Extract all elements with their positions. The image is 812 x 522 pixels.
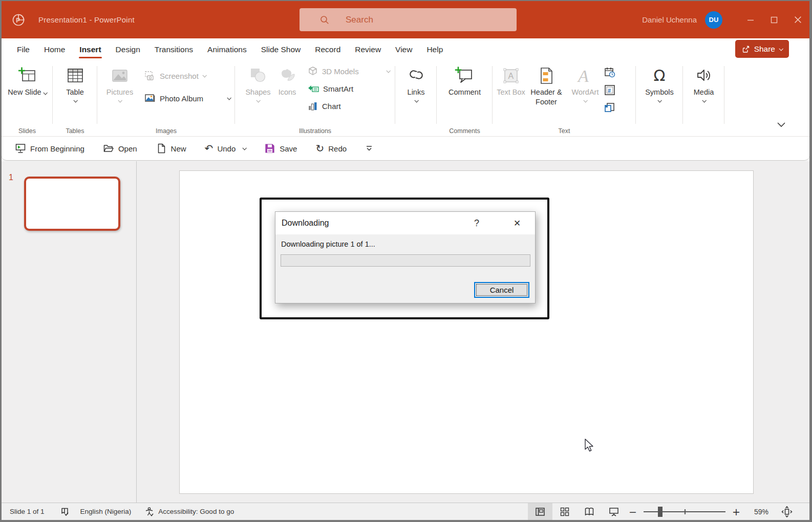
- icons-button[interactable]: Icons: [274, 61, 301, 97]
- accessibility-checker[interactable]: Accessibility: Good to go: [141, 503, 237, 520]
- symbols-button[interactable]: Ω Symbols: [645, 61, 674, 102]
- close-button[interactable]: [786, 1, 809, 38]
- reading-view-icon: [584, 506, 595, 517]
- dialog-help-button[interactable]: ?: [469, 212, 484, 234]
- group-label-tables: Tables: [53, 127, 97, 135]
- group-label-images: Images: [97, 127, 235, 135]
- omega-symbol-icon: Ω: [654, 66, 666, 86]
- zoom-out-button[interactable]: −: [626, 506, 639, 517]
- spell-check-button[interactable]: [57, 503, 73, 520]
- slide-indicator[interactable]: Slide 1 of 1: [7, 503, 48, 520]
- redo-button[interactable]: ↻ Redo: [315, 143, 347, 154]
- new-button[interactable]: New: [156, 143, 186, 154]
- smartart-button[interactable]: SmartArt: [305, 82, 393, 95]
- slide-sorter-view-button[interactable]: [552, 503, 577, 520]
- share-chevron-icon: [779, 47, 783, 51]
- new-slide-chevron-icon: [43, 91, 47, 95]
- screenshot-icon: [144, 70, 156, 81]
- group-label-text: Text: [493, 127, 636, 135]
- 3d-models-button[interactable]: 3D Models: [305, 65, 393, 77]
- window-title: Presentation1 - PowerPoint: [38, 15, 135, 24]
- shapes-button[interactable]: Shapes: [242, 61, 274, 102]
- normal-view-button[interactable]: [528, 503, 552, 520]
- slide-number-button[interactable]: #: [603, 83, 616, 97]
- wordart-button[interactable]: A WordArt: [567, 61, 603, 102]
- pictures-button[interactable]: Pictures: [103, 61, 136, 102]
- tab-design[interactable]: Design: [109, 38, 147, 61]
- tab-home[interactable]: Home: [37, 38, 72, 61]
- tab-file[interactable]: File: [10, 38, 37, 61]
- text-box-button[interactable]: A Text Box: [497, 61, 525, 97]
- dialog-close-button[interactable]: ✕: [506, 212, 528, 234]
- reading-view-button[interactable]: [577, 503, 602, 520]
- zoom-slider-handle[interactable]: [658, 507, 663, 517]
- screenshot-chevron-icon: [202, 73, 206, 77]
- accessibility-icon: [144, 507, 155, 517]
- media-button[interactable]: Media: [694, 61, 714, 102]
- links-icon: [406, 66, 426, 86]
- table-icon: [66, 66, 85, 86]
- open-folder-icon: [103, 143, 114, 154]
- dialog-title: Downloading: [282, 219, 329, 228]
- from-beginning-icon: [15, 143, 26, 154]
- search-input[interactable]: Search: [300, 8, 517, 31]
- ribbon-spacer: [724, 61, 809, 136]
- status-bar: Slide 1 of 1 English (Nigeria) Accessibi…: [2, 503, 809, 520]
- svg-text:P: P: [16, 16, 20, 24]
- svg-text:#: #: [608, 88, 611, 94]
- tab-transitions[interactable]: Transitions: [147, 38, 200, 61]
- tab-view[interactable]: View: [388, 38, 419, 61]
- chart-button[interactable]: Chart: [305, 100, 393, 112]
- undo-button[interactable]: ↶ Undo: [205, 143, 246, 154]
- table-button[interactable]: Table: [66, 61, 85, 102]
- svg-text:A: A: [577, 67, 589, 85]
- screenshot-button[interactable]: Screenshot: [141, 69, 233, 82]
- save-icon: [264, 143, 275, 154]
- zoom-slider[interactable]: [644, 503, 725, 520]
- zoom-in-button[interactable]: +: [730, 506, 743, 517]
- save-button[interactable]: Save: [264, 143, 297, 154]
- zoom-slider-midpoint: [685, 509, 686, 514]
- object-button[interactable]: [603, 101, 616, 114]
- comment-button[interactable]: Comment: [448, 61, 481, 97]
- new-slide-button[interactable]: New Slide: [8, 61, 46, 97]
- ribbon-group-tables: Table Tables: [53, 61, 97, 136]
- close-icon: [794, 16, 802, 24]
- date-time-button[interactable]: [603, 66, 616, 79]
- user-name[interactable]: Daniel Uchenna: [642, 15, 697, 24]
- cancel-button[interactable]: Cancel: [474, 282, 529, 298]
- tab-review[interactable]: Review: [348, 38, 388, 61]
- open-button[interactable]: Open: [103, 143, 137, 154]
- header-footer-button[interactable]: Header & Footer: [525, 61, 567, 107]
- dialog-title-bar[interactable]: Downloading ? ✕: [275, 212, 535, 234]
- group-label-illustrations: Illustrations: [235, 127, 395, 135]
- photo-album-chevron-icon: [227, 96, 231, 100]
- new-slide-icon: [17, 66, 37, 86]
- customize-qat-button[interactable]: [365, 145, 373, 152]
- chart-icon: [308, 101, 318, 111]
- ribbon-group-media: Media: [683, 61, 724, 136]
- ribbon: New Slide Slides Table: [2, 61, 809, 137]
- avatar[interactable]: DU: [705, 11, 722, 29]
- photo-album-button[interactable]: Photo Album: [141, 92, 233, 105]
- maximize-button[interactable]: [762, 1, 786, 38]
- slide-show-button[interactable]: [602, 503, 626, 520]
- slide-sorter-icon: [559, 506, 570, 517]
- links-button[interactable]: Links: [406, 61, 426, 102]
- shapes-icon: [248, 66, 268, 86]
- tab-slide-show[interactable]: Slide Show: [254, 38, 308, 61]
- tab-help[interactable]: Help: [419, 38, 450, 61]
- wordart-chevron-icon: [583, 98, 587, 102]
- share-button[interactable]: Share: [735, 40, 789, 58]
- language-indicator[interactable]: English (Nigeria): [77, 503, 135, 520]
- tab-record[interactable]: Record: [308, 38, 348, 61]
- minimize-button[interactable]: [739, 1, 762, 38]
- tab-animations[interactable]: Animations: [200, 38, 254, 61]
- slide-thumbnail[interactable]: [24, 177, 120, 231]
- collapse-ribbon-button[interactable]: [777, 121, 786, 130]
- media-speaker-icon: [694, 66, 714, 86]
- from-beginning-button[interactable]: From Beginning: [15, 143, 84, 154]
- tab-insert[interactable]: Insert: [72, 38, 108, 61]
- zoom-level[interactable]: 59%: [748, 508, 775, 516]
- fit-slide-to-window-button[interactable]: [775, 503, 799, 520]
